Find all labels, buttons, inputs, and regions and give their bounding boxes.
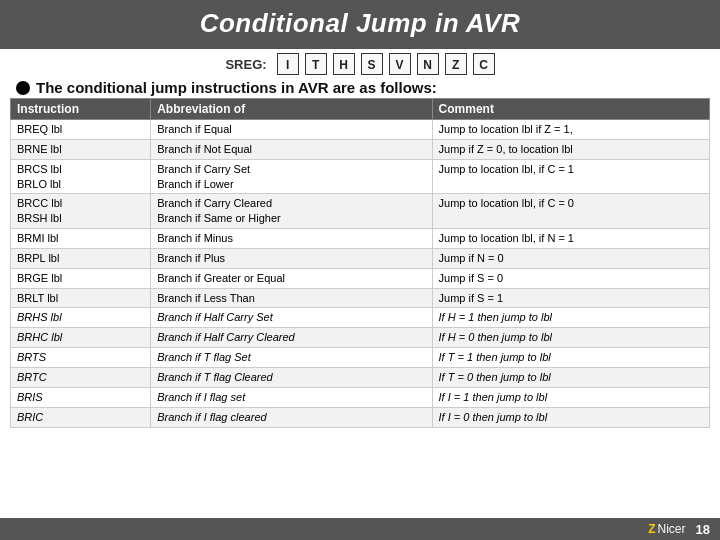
cell-comment: If I = 0 then jump to lbl — [432, 407, 709, 427]
table-row: BRNE lblBranch if Not EqualJump if Z = 0… — [11, 139, 710, 159]
cell-instruction: BRNE lbl — [11, 139, 151, 159]
page-number: 18 — [696, 522, 710, 537]
cell-instruction: BRCS lbl BRLO lbl — [11, 159, 151, 194]
table-row: BRGE lblBranch if Greater or EqualJump i… — [11, 268, 710, 288]
cell-instruction: BRLT lbl — [11, 288, 151, 308]
sreg-bit-c: C — [473, 53, 495, 75]
sreg-bit-s: S — [361, 53, 383, 75]
sreg-label: SREG: — [225, 57, 266, 72]
cell-comment: Jump if S = 0 — [432, 268, 709, 288]
cell-abbreviation: Branch if I flag set — [151, 387, 432, 407]
slide-title: Conditional Jump in AVR — [20, 8, 700, 39]
cell-instruction: BRIS — [11, 387, 151, 407]
table-row: BRTSBranch if T flag SetIf T = 1 then ju… — [11, 348, 710, 368]
cell-abbreviation: Branch if I flag cleared — [151, 407, 432, 427]
intro-row: The conditional jump instructions in AVR… — [0, 77, 720, 98]
table-row: BRICBranch if I flag clearedIf I = 0 the… — [11, 407, 710, 427]
cell-instruction: BRTC — [11, 367, 151, 387]
cell-instruction: BRCC lbl BRSH lbl — [11, 194, 151, 229]
cell-abbreviation: Branch if Equal — [151, 120, 432, 140]
table-row: BRMI lblBranch if MinusJump to location … — [11, 229, 710, 249]
sreg-bit-t: T — [305, 53, 327, 75]
logo-text: Nicer — [658, 522, 686, 536]
cell-comment: Jump to location lbl, if C = 1 — [432, 159, 709, 194]
cell-abbreviation: Branch if Less Than — [151, 288, 432, 308]
cell-comment: If I = 1 then jump to lbl — [432, 387, 709, 407]
footer-logo: Z Nicer — [648, 522, 685, 536]
intro-text: The conditional jump instructions in AVR… — [36, 79, 437, 96]
cell-comment: If H = 0 then jump to lbl — [432, 328, 709, 348]
sreg-bit-v: V — [389, 53, 411, 75]
slide-header: Conditional Jump in AVR — [0, 0, 720, 49]
cell-instruction: BRTS — [11, 348, 151, 368]
logo-z: Z — [648, 522, 655, 536]
table-row: BRCS lbl BRLO lblBranch if Carry Set Bra… — [11, 159, 710, 194]
table-row: BRLT lblBranch if Less ThanJump if S = 1 — [11, 288, 710, 308]
cell-abbreviation: Branch if Half Carry Set — [151, 308, 432, 328]
cell-abbreviation: Branch if Minus — [151, 229, 432, 249]
cell-comment: Jump to location lbl, if C = 0 — [432, 194, 709, 229]
cell-abbreviation: Branch if Carry Set Branch if Lower — [151, 159, 432, 194]
table-row: BRCC lbl BRSH lblBranch if Carry Cleared… — [11, 194, 710, 229]
cell-instruction: BREQ lbl — [11, 120, 151, 140]
cell-instruction: BRGE lbl — [11, 268, 151, 288]
slide-footer: Z Nicer 18 — [0, 518, 720, 540]
col-header-comment: Comment — [432, 99, 709, 120]
cell-abbreviation: Branch if T flag Cleared — [151, 367, 432, 387]
col-header-abbreviation: Abbreviation of — [151, 99, 432, 120]
table-row: BRTCBranch if T flag ClearedIf T = 0 the… — [11, 367, 710, 387]
sreg-bit-h: H — [333, 53, 355, 75]
table-row: BRPL lblBranch if PlusJump if N = 0 — [11, 248, 710, 268]
cell-comment: Jump to location lbl if Z = 1, — [432, 120, 709, 140]
table-container: Instruction Abbreviation of Comment BREQ… — [0, 98, 720, 518]
sreg-row: SREG: I T H S V N Z C — [0, 49, 720, 77]
cell-abbreviation: Branch if Greater or Equal — [151, 268, 432, 288]
sreg-bit-n: N — [417, 53, 439, 75]
table-row: BRISBranch if I flag setIf I = 1 then ju… — [11, 387, 710, 407]
cell-comment: If T = 1 then jump to lbl — [432, 348, 709, 368]
table-row: BREQ lblBranch if EqualJump to location … — [11, 120, 710, 140]
instructions-table: Instruction Abbreviation of Comment BREQ… — [10, 98, 710, 428]
cell-comment: Jump if N = 0 — [432, 248, 709, 268]
cell-comment: Jump to location lbl, if N = 1 — [432, 229, 709, 249]
cell-abbreviation: Branch if Plus — [151, 248, 432, 268]
table-row: BRHC lblBranch if Half Carry ClearedIf H… — [11, 328, 710, 348]
cell-instruction: BRHC lbl — [11, 328, 151, 348]
sreg-bit-z: Z — [445, 53, 467, 75]
cell-instruction: BRHS lbl — [11, 308, 151, 328]
bullet-icon — [16, 81, 30, 95]
cell-instruction: BRPL lbl — [11, 248, 151, 268]
sreg-bit-i: I — [277, 53, 299, 75]
table-row: BRHS lblBranch if Half Carry SetIf H = 1… — [11, 308, 710, 328]
cell-instruction: BRIC — [11, 407, 151, 427]
cell-instruction: BRMI lbl — [11, 229, 151, 249]
cell-abbreviation: Branch if Half Carry Cleared — [151, 328, 432, 348]
cell-abbreviation: Branch if T flag Set — [151, 348, 432, 368]
cell-comment: If H = 1 then jump to lbl — [432, 308, 709, 328]
cell-comment: Jump if Z = 0, to location lbl — [432, 139, 709, 159]
col-header-instruction: Instruction — [11, 99, 151, 120]
cell-comment: Jump if S = 1 — [432, 288, 709, 308]
slide: Conditional Jump in AVR SREG: I T H S V … — [0, 0, 720, 540]
cell-abbreviation: Branch if Carry Cleared Branch if Same o… — [151, 194, 432, 229]
cell-abbreviation: Branch if Not Equal — [151, 139, 432, 159]
table-header-row: Instruction Abbreviation of Comment — [11, 99, 710, 120]
cell-comment: If T = 0 then jump to lbl — [432, 367, 709, 387]
